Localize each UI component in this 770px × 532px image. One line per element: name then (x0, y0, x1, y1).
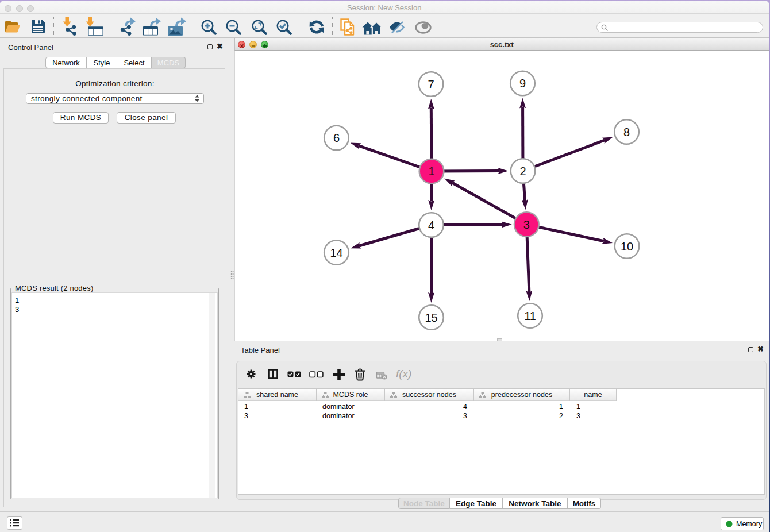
svg-text:15: 15 (425, 311, 437, 323)
svg-text:Memory: Memory (736, 520, 763, 528)
svg-text:6: 6 (333, 132, 340, 144)
svg-text:10: 10 (621, 240, 633, 252)
svg-text:1: 1 (428, 165, 434, 178)
svg-text:f(x): f(x) (396, 368, 411, 380)
svg-text:3: 3 (523, 218, 530, 230)
svg-text:4: 4 (428, 218, 434, 231)
svg-text:7: 7 (428, 78, 434, 90)
svg-text:11: 11 (524, 309, 536, 322)
svg-text:9: 9 (519, 77, 526, 90)
svg-text:8: 8 (623, 125, 630, 138)
svg-text:2: 2 (519, 164, 526, 177)
svg-text:14: 14 (330, 246, 342, 259)
